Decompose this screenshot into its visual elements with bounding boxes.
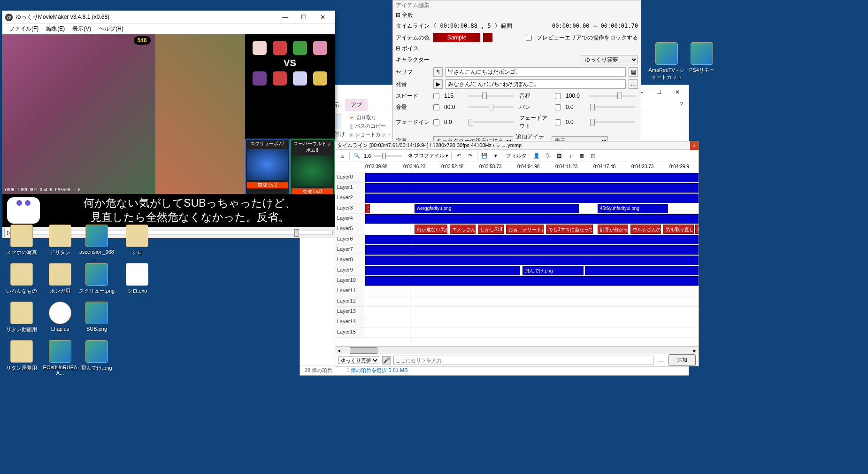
redo-icon[interactable]: ↷ xyxy=(466,152,474,160)
hatsuon-input[interactable] xyxy=(446,79,626,89)
timeline-clip[interactable]: 8秒でリ xyxy=(695,225,699,234)
scroll-right-icon[interactable]: ▸ xyxy=(691,347,699,354)
desktop-icon-リタン動画用[interactable]: リタン動画用 xyxy=(3,302,40,333)
profile-button[interactable]: ⚙ プロファイル ▾ xyxy=(408,152,448,160)
layer-track[interactable] xyxy=(365,214,699,224)
timeline-clip[interactable] xyxy=(365,214,699,224)
layer-name[interactable]: Layer10 xyxy=(335,276,365,286)
seek-thumb[interactable] xyxy=(294,229,299,237)
item-color-swatch[interactable]: Sample xyxy=(433,33,480,42)
hatsuon-more-button[interactable]: … xyxy=(629,79,638,89)
save-dropdown-icon[interactable]: ▾ xyxy=(492,152,500,160)
desktop-icon-リタン淫夢用[interactable]: リタン淫夢用 xyxy=(3,340,40,372)
timeline-clip[interactable] xyxy=(365,173,699,182)
layer-track[interactable]: 飛んでけ.png xyxy=(365,265,699,275)
scroll-left-icon[interactable]: ◂ xyxy=(335,347,343,354)
serifu-input[interactable] xyxy=(446,67,626,77)
speech-add-button[interactable]: 追加 xyxy=(668,354,696,366)
layer-track[interactable] xyxy=(365,317,699,327)
moviemaker-titlebar[interactable]: ゆ ゆっくりMovieMaker v3.4.8.1 (x0.68) — ☐ ✕ xyxy=(2,11,335,24)
timeline-clip[interactable]: 計算が分かってい xyxy=(598,225,628,234)
timeline-clip[interactable] xyxy=(365,276,699,286)
layer-name[interactable]: Layer13 xyxy=(335,307,365,317)
desktop-icon-シロ.exo[interactable]: シロ.exo xyxy=(118,263,156,295)
moviemaker-close[interactable]: ✕ xyxy=(313,11,332,23)
desktop-icon-シロ[interactable]: シロ xyxy=(118,225,156,256)
section-general[interactable]: 全般 xyxy=(393,10,641,20)
timeline-clip[interactable]: 45t6yuhfsdtyui.png xyxy=(598,204,668,213)
timeline-clip[interactable]: 気を取り直して、ま xyxy=(663,225,694,234)
moviemaker-min[interactable]: — xyxy=(276,11,294,23)
timeline-clip[interactable] xyxy=(365,194,699,203)
speech-character-select[interactable]: ゆっくり霊夢 xyxy=(338,357,379,364)
pitch-slider[interactable] xyxy=(590,95,635,97)
pan-checkbox[interactable] xyxy=(555,104,561,110)
menu-表示(V)[interactable]: 表示(V) xyxy=(69,24,95,34)
timeline-clip[interactable]: しかしSUBを xyxy=(478,225,504,234)
ribbon-copy-path[interactable]: ⎘パスのコピー xyxy=(350,123,391,130)
timeline-clip[interactable] xyxy=(365,266,520,275)
timeline-clip[interactable]: おぉ、デリートと近ボ xyxy=(506,225,544,234)
menu-ファイル(F)[interactable]: ファイル(F) xyxy=(5,24,42,34)
home-icon[interactable]: ⌂ xyxy=(338,152,346,160)
timeline-ruler[interactable]: 0:03:39.980:03:46.230:03:52.480:03:58.73… xyxy=(365,162,699,172)
layer-name[interactable]: Layer15 xyxy=(335,327,365,337)
layer-name[interactable]: Layer1 xyxy=(335,183,365,193)
explorer-max[interactable]: ☐ xyxy=(649,87,668,97)
volume-slider[interactable] xyxy=(469,106,514,108)
volume-checkbox[interactable] xyxy=(433,104,439,110)
fadein-checkbox[interactable] xyxy=(433,119,439,125)
timeline-clip[interactable]: エメラさんも巻 xyxy=(450,225,476,234)
layer-name[interactable]: Layer8 xyxy=(335,255,365,265)
layer-track[interactable] xyxy=(365,286,699,296)
fadein-slider[interactable] xyxy=(469,121,514,123)
fadeout-slider[interactable] xyxy=(590,121,635,123)
timeline-close[interactable]: × xyxy=(690,141,699,150)
timeline-hscroll[interactable]: ◂ ▸ xyxy=(335,346,699,354)
timeline-clip[interactable]: 飛んでけ.png xyxy=(522,266,584,275)
character-select[interactable]: ゆっくり霊夢 xyxy=(582,55,638,64)
save-icon[interactable]: 💾 xyxy=(480,152,489,160)
timeline-clip[interactable] xyxy=(365,256,699,265)
timeline-clip[interactable]: ス! xyxy=(365,204,370,213)
pitch-checkbox[interactable] xyxy=(555,93,561,99)
ribbon-cut[interactable]: ✂切り取り xyxy=(350,114,391,121)
desktop-icon-いろんなもの[interactable]: いろんなもの xyxy=(3,263,40,295)
desktop-icon-スマホの写真[interactable]: スマホの写真 xyxy=(3,225,40,256)
timeline-clip[interactable] xyxy=(365,245,699,255)
layer-track[interactable] xyxy=(365,172,699,182)
layer-name[interactable]: Layer11 xyxy=(335,286,365,296)
filter-audio-icon[interactable]: ♪ xyxy=(566,152,575,160)
desktop-icon-ドリタン[interactable]: ドリタン xyxy=(41,225,79,256)
desktop-icon-飛んでけ.png[interactable]: 飛んでけ.png xyxy=(78,340,115,372)
item-color-end[interactable] xyxy=(483,33,492,42)
pan-slider[interactable] xyxy=(590,106,635,108)
mic-icon[interactable]: 🎤 xyxy=(382,356,391,365)
desktop-icon-ボンガ用[interactable]: ボンガ用 xyxy=(41,263,79,295)
timeline-clip[interactable]: でも3マスに当たってるからこ xyxy=(546,225,593,234)
layer-track[interactable] xyxy=(365,234,699,244)
speech-more-icon[interactable]: … xyxy=(656,357,666,364)
explorer-help-icon[interactable]: ? xyxy=(674,99,689,111)
ribbon-shortcut[interactable]: ⎘ショートカット xyxy=(350,131,391,138)
fadeout-checkbox[interactable] xyxy=(555,119,561,125)
layer-track[interactable]: ス!werggfsdtyu.png45t6yuhfsdtyui.png xyxy=(365,203,699,213)
timeline-titlebar[interactable]: タイムライン [00:03:47.61/00:14:19.94] / 1280x… xyxy=(335,141,699,150)
layer-track[interactable] xyxy=(365,276,699,286)
layer-track[interactable] xyxy=(365,183,699,193)
explorer-close[interactable]: ✕ xyxy=(668,87,687,97)
layer-name[interactable]: Layer14 xyxy=(335,317,365,327)
section-voice[interactable]: ボイス xyxy=(393,44,641,54)
desktop-icon-ascension_068_...[interactable]: ascension_068_... xyxy=(78,225,115,260)
serifu-book-button[interactable]: ▤ xyxy=(629,67,638,77)
timeline-clip[interactable] xyxy=(365,235,699,244)
lock-preview-checkbox[interactable] xyxy=(526,35,532,41)
timeline-clip[interactable]: ウルシさんの羽 xyxy=(630,225,661,234)
layer-track[interactable] xyxy=(365,327,699,337)
layer-name[interactable]: Layer7 xyxy=(335,245,365,255)
menu-ヘルプ(H)[interactable]: ヘルプ(H) xyxy=(95,24,127,34)
layer-track[interactable]: 何か危ない気がエメラさんも巻しかしSUBをおぉ、デリートと近ボでも3マスに当たっ… xyxy=(365,224,699,234)
serifu-back-button[interactable]: ↰ xyxy=(433,67,443,77)
layer-name[interactable]: Layer4 xyxy=(335,214,365,224)
timeline-clip[interactable] xyxy=(585,266,699,275)
